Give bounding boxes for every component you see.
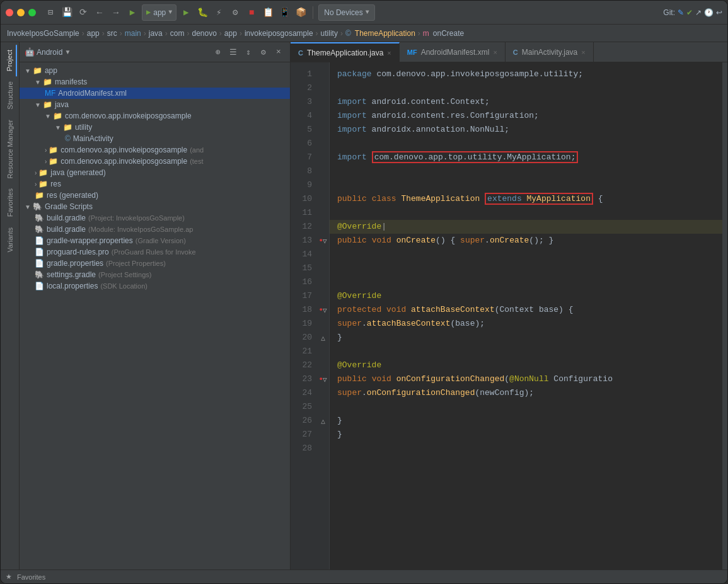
toolbar-separator — [313, 6, 313, 19]
variants-tab[interactable]: Variants — [4, 222, 16, 258]
tree-item-package-and[interactable]: › 📁 com.denovo.app.invokeiposgosample (a… — [20, 144, 290, 156]
app-dropdown[interactable]: ▶ app ▼ — [142, 4, 176, 21]
breadcrumb-denovo[interactable]: denovo — [192, 29, 216, 38]
tab-main-close[interactable]: × — [581, 49, 585, 56]
test-secondary: (test — [190, 157, 203, 165]
filter-icon[interactable]: ☰ — [227, 46, 240, 59]
gradle-icon[interactable]: 📋 — [261, 6, 275, 20]
tree-header-icons: ⊕ ☰ ⇕ ⚙ × — [212, 46, 285, 59]
maximize-button[interactable] — [28, 9, 36, 16]
tree-item-res[interactable]: › 📁 res — [20, 178, 290, 190]
breadcrumb-class[interactable]: ThemeApplication — [355, 29, 415, 38]
tab-manifest-close[interactable]: × — [493, 49, 497, 56]
resource-manager-tab[interactable]: Resource Manager — [4, 115, 16, 184]
tree-item-java[interactable]: ▼ 📁 java — [20, 99, 290, 110]
forward-icon[interactable]: → — [109, 6, 123, 20]
breadcrumb-method[interactable]: onCreate — [433, 29, 464, 38]
git-branch-icon[interactable]: ✎ — [678, 8, 684, 17]
tree-item-androidmanifest[interactable]: MF AndroidManifest.xml — [20, 88, 290, 99]
favorites-tab[interactable]: Favorites — [4, 183, 16, 222]
close-button[interactable] — [6, 9, 13, 16]
breadcrumb-project[interactable]: InvokeIposGoSample — [7, 29, 79, 38]
gutter-18[interactable]: ● ▽ — [317, 303, 329, 317]
tree-item-settings-gradle[interactable]: 🐘 settings.gradle (Project Settings) — [20, 269, 290, 280]
git-check-icon[interactable]: ✔ — [686, 8, 693, 17]
close-panel-icon[interactable]: × — [272, 46, 285, 59]
run-icon[interactable]: ▶ — [179, 6, 193, 20]
tab-android-manifest[interactable]: MF AndroidManifest.xml × — [400, 42, 506, 62]
tree-item-utility[interactable]: ▼ 📁 utility — [20, 122, 290, 133]
git-undo-icon[interactable]: ↩ — [716, 8, 722, 17]
devices-label: No Devices — [324, 8, 362, 17]
back-icon[interactable]: ← — [93, 6, 107, 20]
tree-item-proguard[interactable]: 📄 proguard-rules.pro (ProGuard Rules for… — [20, 246, 290, 258]
tree-label-proguard: proguard-rules.pro — [47, 248, 109, 256]
tree-item-package-test[interactable]: › 📁 com.denovo.app.invokeiposgosample (t… — [20, 156, 290, 167]
tree-item-gradle-scripts[interactable]: ▼ 🐘 Gradle Scripts — [20, 201, 290, 212]
git-clock-icon[interactable]: 🕐 — [704, 8, 714, 17]
breadcrumb-package[interactable]: invokeiposgosample — [245, 29, 313, 38]
tree-label-package-and: com.denovo.app.invokeiposgosample — [61, 146, 187, 154]
tab-theme-close[interactable]: × — [387, 49, 391, 57]
tree-item-local-props[interactable]: 📄 local.properties (SDK Location) — [20, 280, 290, 292]
stop-icon[interactable]: ■ — [245, 6, 258, 20]
package-and-icon: 📁 — [49, 146, 58, 154]
tab-manifest-label: AndroidManifest.xml — [421, 48, 490, 57]
minimize-button[interactable] — [17, 9, 25, 16]
manifest-file-icon: MF — [45, 89, 55, 98]
tree-item-build-gradle-module[interactable]: 🐘 build.gradle (Module: InvokeIposGoSamp… — [20, 224, 290, 235]
tree-item-build-gradle-project[interactable]: 🐘 build.gradle (Project: InvokeIposGoSam… — [20, 212, 290, 224]
settings-gear-icon[interactable]: ⚙ — [257, 46, 270, 59]
file-icon[interactable]: ⊟ — [43, 6, 57, 20]
collapse-icon[interactable]: ⇕ — [242, 46, 255, 59]
breadcrumb-utility[interactable]: utility — [321, 29, 338, 38]
run-config-icon[interactable]: ▶ — [125, 6, 139, 20]
breadcrumb: InvokeIposGoSample › app › src › main › … — [1, 25, 727, 42]
tree-item-app[interactable]: ▼ 📁 app — [20, 65, 290, 76]
tree-item-package[interactable]: ▼ 📁 com.denovo.app.invokeiposgosample — [20, 110, 290, 122]
breadcrumb-java[interactable]: java — [149, 29, 163, 38]
debug-icon[interactable]: 🐛 — [195, 6, 209, 20]
tree-item-gradle-wrapper[interactable]: 📄 gradle-wrapper.properties (Gradle Vers… — [20, 235, 290, 246]
tab-java-icon: C — [298, 49, 303, 57]
structure-tab[interactable]: Structure — [4, 76, 16, 115]
tree-item-res-generated[interactable]: 📁 res (generated) — [20, 190, 290, 201]
device-icon[interactable]: 📱 — [277, 6, 291, 20]
app-folder-icon: 📁 — [33, 66, 42, 75]
scope-icon[interactable]: ⊕ — [212, 46, 224, 59]
sync-icon[interactable]: ⟳ — [76, 6, 90, 20]
tree-item-manifests[interactable]: ▼ 📁 manifests — [20, 76, 290, 88]
favorites-star[interactable]: ★ — [6, 573, 12, 581]
java-arrow: ▼ — [35, 101, 41, 108]
breadcrumb-com[interactable]: com — [170, 29, 185, 38]
breadcrumb-src[interactable]: src — [107, 29, 117, 38]
tree-item-mainactivity[interactable]: © MainActivity — [20, 133, 290, 144]
code-line-11 — [330, 206, 722, 220]
tree-item-gradle-props[interactable]: 📄 gradle.properties (Project Properties) — [20, 258, 290, 269]
tab-main-activity[interactable]: C MainActivity.java × — [506, 42, 594, 62]
coverage-icon[interactable]: ⚡ — [212, 6, 226, 20]
tree-label-app: app — [45, 66, 57, 75]
settings-gradle-sec: (Project Settings) — [98, 271, 151, 278]
breadcrumb-main[interactable]: main — [125, 29, 141, 38]
toolbar: ⊟ 💾 ⟳ ← → ▶ ▶ app ▼ ▶ 🐛 ⚡ ⚙ ■ 📋 📱 📦 No — [1, 1, 727, 25]
tree-item-java-generated[interactable]: › 📁 java (generated) — [20, 167, 290, 178]
git-push-icon[interactable]: ↗ — [695, 8, 702, 17]
profile-icon[interactable]: ⚙ — [228, 6, 242, 20]
tab-theme-application[interactable]: C ThemeApplication.java × — [291, 42, 400, 62]
breadcrumb-app2[interactable]: app — [224, 29, 237, 38]
vertical-scrollbar[interactable] — [722, 62, 727, 570]
android-dropdown[interactable]: 🤖 Android ▼ — [25, 47, 71, 57]
gradle-wrapper-icon: 📄 — [35, 236, 44, 245]
package-folder-icon: 📁 — [53, 112, 62, 120]
code-content[interactable]: package com.denovo.app.invokeiposgosampl… — [330, 62, 722, 570]
gutter-13[interactable]: ● ▽ — [317, 234, 329, 248]
breadcrumb-app[interactable]: app — [87, 29, 100, 38]
project-tab[interactable]: Project — [3, 45, 17, 76]
sdk-icon[interactable]: 📦 — [294, 6, 308, 20]
gutter-23[interactable]: ● ▽ — [317, 372, 329, 386]
devices-dropdown[interactable]: No Devices ▼ — [318, 4, 374, 21]
java-folder-icon: 📁 — [43, 100, 52, 109]
save-icon[interactable]: 💾 — [60, 6, 74, 20]
settings-gradle-icon: 🐘 — [35, 270, 44, 279]
